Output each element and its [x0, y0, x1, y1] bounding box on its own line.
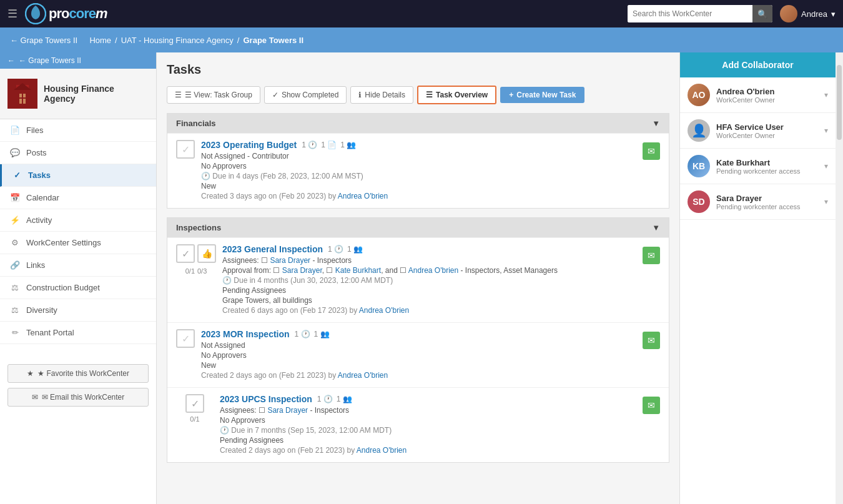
sidebar-item-links[interactable]: 🔗 Links: [0, 254, 156, 277]
sidebar-item-posts[interactable]: 💬 Posts: [0, 142, 156, 164]
avatar: [780, 5, 797, 22]
collaborator-role: WorkCenter Owner: [716, 132, 818, 139]
sidebar-item-label: Links: [26, 260, 45, 270]
breadcrumb-home[interactable]: Home: [89, 36, 111, 45]
hamburger-icon[interactable]: ☰: [7, 7, 17, 21]
task-title[interactable]: 2023 Operating Budget: [201, 140, 297, 150]
settings-icon: ⚙: [10, 238, 20, 247]
approval-link[interactable]: Andrea O'brien: [408, 266, 458, 275]
assignee-link[interactable]: Sara Drayer: [267, 406, 308, 415]
view-task-group-button[interactable]: ☰ ☰ View: Task Group: [167, 86, 260, 104]
approval-link[interactable]: Kate Burkhart: [335, 266, 381, 275]
task-body: 2023 MOR Inspection 1 🕐 1 👥 Not Assigned…: [201, 329, 636, 381]
sidebar-item-workcenter-settings[interactable]: ⚙ WorkCenter Settings: [0, 232, 156, 254]
sidebar-item-activity[interactable]: ⚡ Activity: [0, 209, 156, 232]
chevron-down-icon[interactable]: ▾: [824, 126, 828, 135]
task-group-header-inspections: Inspections ▼: [167, 218, 669, 237]
hide-details-button[interactable]: ℹ Hide Details: [350, 86, 413, 104]
sidebar-item-diversity[interactable]: ⚖ Diversity: [0, 299, 156, 322]
collaborator-role: WorkCenter Owner: [716, 96, 818, 104]
sidebar-item-tenant-portal[interactable]: ✏ Tenant Portal: [0, 322, 156, 344]
task-status: New: [201, 361, 636, 370]
task-complete-checkbox[interactable]: ✓: [176, 329, 195, 348]
sidebar-item-label: Tenant Portal: [26, 328, 74, 337]
check-icon: ✓: [182, 333, 190, 345]
task-check-area-upcs: ✓ 0/1: [176, 394, 214, 423]
sidebar-item-construction-budget[interactable]: ⚖ Construction Budget: [0, 277, 156, 299]
scrollbar[interactable]: [836, 52, 843, 504]
task-title[interactable]: 2023 UPCS Inspection: [220, 394, 312, 404]
collapse-icon[interactable]: ▼: [652, 223, 660, 232]
avatar-initials: AO: [693, 90, 706, 100]
thumb-up-icon: 👍: [202, 249, 212, 259]
task-title-row: 2023 UPCS Inspection 1 🕐 1 👥: [220, 394, 636, 404]
chevron-down-icon[interactable]: ▾: [824, 162, 828, 170]
task-check-area: ✓: [176, 329, 195, 348]
task-status: Pending Assignees: [222, 286, 636, 295]
assignee-link[interactable]: Sara Drayer: [270, 256, 310, 265]
task-title[interactable]: 2023 General Inspection: [222, 244, 323, 254]
task-meta-icons: 1 🕐 1 👥: [295, 330, 330, 338]
user-menu[interactable]: Andrea ▾: [780, 5, 836, 22]
sidebar-item-calendar[interactable]: 📅 Calendar: [0, 187, 156, 209]
add-collaborator-button[interactable]: Add Collaborator: [680, 52, 836, 77]
list-item: SD Sara Drayer Pending workcenter access…: [680, 184, 836, 220]
sidebar-item-tasks[interactable]: ✓ Tasks: [0, 164, 156, 187]
task-status: Pending Assignees: [220, 436, 636, 445]
list-item: AO Andrea O'brien WorkCenter Owner ▾: [680, 77, 836, 113]
sidebar-item-files[interactable]: 📄 Files: [0, 119, 156, 142]
task-title[interactable]: 2023 MOR Inspection: [201, 329, 290, 339]
show-completed-button[interactable]: ✓ Show Completed: [264, 86, 347, 104]
create-new-task-button[interactable]: + Create New Task: [500, 87, 584, 103]
table-row: ✓ 2023 MOR Inspection 1 🕐 1 👥 Not Assign…: [167, 322, 669, 387]
task-assigned: Assignees: ☐ Sara Drayer - Inspectors: [222, 256, 636, 265]
meta-count-1: 1 🕐: [317, 395, 333, 403]
task-body: 2023 UPCS Inspection 1 🕐 1 👥 Assignees: …: [220, 394, 636, 456]
meta-count-2: 1 👥: [347, 245, 363, 254]
task-creator-link[interactable]: Andrea O'brien: [357, 446, 407, 455]
search-button[interactable]: 🔍: [752, 5, 772, 22]
collapse-icon[interactable]: ▼: [652, 119, 660, 128]
collaborator-name: Kate Burkhart: [716, 158, 818, 167]
sidebar-item-label: Calendar: [26, 193, 59, 202]
meta-count-1: 1 🕐: [328, 245, 343, 254]
create-task-label: Create New Task: [516, 91, 576, 99]
task-complete-checkbox[interactable]: ✓: [176, 244, 195, 263]
task-creator-link[interactable]: Andrea O'brien: [338, 192, 388, 200]
task-title-row: 2023 Operating Budget 1 🕐 1 📄 1 👥: [201, 140, 636, 150]
task-email-button[interactable]: ✉: [643, 247, 660, 264]
avatar: SD: [688, 190, 710, 213]
task-approve-checkbox[interactable]: 👍: [197, 244, 216, 263]
sidebar-item-label: Construction Budget: [26, 283, 100, 292]
task-creator-link[interactable]: Andrea O'brien: [359, 306, 409, 315]
collaborator-info: Kate Burkhart Pending workcenter access: [716, 158, 818, 175]
task-creator-link[interactable]: Andrea O'brien: [338, 371, 388, 380]
chevron-down-icon[interactable]: ▾: [824, 91, 828, 99]
search-input[interactable]: [628, 5, 752, 22]
task-complete-checkbox[interactable]: ✓: [185, 394, 204, 413]
chevron-down-icon[interactable]: ▾: [824, 197, 828, 206]
sidebar-project-logo: [7, 79, 37, 109]
breadcrumb-agency[interactable]: UAT - Housing Finance Agency: [121, 36, 234, 45]
email-workcenter-button[interactable]: ✉ ✉ Email this WorkCenter: [7, 388, 149, 407]
page-title: Tasks: [167, 62, 669, 77]
meta-count-3: 1 👥: [340, 141, 356, 149]
task-overview-button[interactable]: ☰ Task Overview: [417, 86, 496, 104]
svg-rect-5: [19, 99, 22, 104]
meta-count-2: 1 👥: [314, 330, 330, 338]
breadcrumb-back[interactable]: ← Grape Towers II: [10, 36, 77, 45]
check-icon: ✓: [182, 144, 190, 156]
collaborator-name: Andrea O'brien: [716, 87, 818, 96]
favorite-workcenter-button[interactable]: ★ ★ Favorite this WorkCenter: [7, 364, 149, 383]
task-email-button[interactable]: ✉: [643, 332, 660, 349]
sidebar-back-button[interactable]: ← ← Grape Towers II: [0, 52, 156, 69]
approval-link[interactable]: Sara Drayer: [282, 266, 322, 275]
task-email-button[interactable]: ✉: [643, 142, 660, 160]
procore-logo-icon: [25, 3, 46, 24]
task-body: 2023 Operating Budget 1 🕐 1 📄 1 👥 Not As…: [201, 140, 636, 202]
scrollbar-thumb[interactable]: [837, 65, 842, 140]
task-complete-checkbox[interactable]: ✓: [176, 140, 195, 159]
task-email-button[interactable]: ✉: [643, 397, 660, 414]
task-assigned: Assignees: ☐ Sara Drayer - Inspectors: [220, 406, 636, 415]
user-avatar-img: [780, 5, 797, 22]
